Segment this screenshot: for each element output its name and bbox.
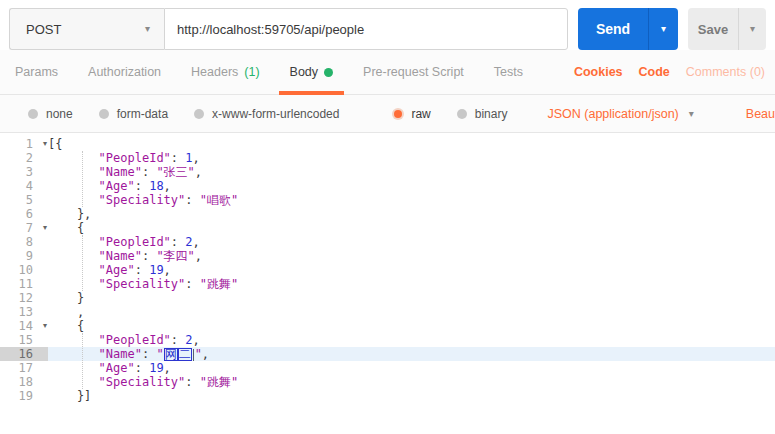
code-text[interactable]: "PeopleId": 2,	[48, 235, 775, 249]
token: :	[135, 361, 149, 375]
code-text[interactable]: "PeopleId": 2,	[48, 333, 775, 347]
code-text[interactable]: "Age": 18,	[48, 179, 775, 193]
token: "	[195, 347, 202, 361]
token: "Name"	[99, 249, 142, 263]
body-mode-form-data[interactable]: form-data	[99, 107, 168, 121]
save-button-group: Save ▾	[688, 8, 766, 50]
body-mode-raw[interactable]: raw	[393, 107, 430, 121]
content-type-select[interactable]: JSON (application/json) ▾	[547, 107, 693, 121]
body-mode-bar: noneform-datax-www-form-urlencodedrawbin…	[0, 95, 775, 133]
code-text[interactable]: "Name": "网二",	[48, 347, 775, 361]
token	[48, 361, 99, 375]
token	[48, 151, 99, 165]
code-text[interactable]: "Age": 19,	[48, 263, 775, 277]
code-line[interactable]: 3 "Name": "张三",	[0, 165, 775, 179]
token: "Name"	[99, 347, 142, 361]
token	[48, 165, 99, 179]
comments-0-link[interactable]: Comments (0)	[686, 65, 765, 79]
code-line[interactable]: 18 "Speciality": "跳舞"	[0, 375, 775, 389]
code-line[interactable]: 2 "PeopleId": 1,	[0, 151, 775, 165]
token: "跳舞"	[200, 277, 238, 291]
beautify-link[interactable]: Beautify	[746, 107, 775, 121]
token: ,	[195, 165, 202, 179]
code-text[interactable]: "Age": 19,	[48, 361, 775, 375]
token: {	[48, 319, 84, 333]
tab-headers[interactable]: Headers(1)	[176, 50, 275, 94]
code-text[interactable]: },	[48, 207, 775, 221]
token: "PeopleId"	[99, 151, 171, 165]
send-button[interactable]: Send	[578, 8, 648, 50]
token: "Speciality"	[99, 277, 186, 291]
fold-arrow-icon[interactable]: ▾	[43, 319, 47, 333]
save-options-button[interactable]: ▾	[738, 8, 766, 50]
code-line[interactable]: 6 },	[0, 207, 775, 221]
token: "Speciality"	[99, 193, 186, 207]
line-number: 17	[0, 361, 48, 375]
code-text[interactable]: ,	[48, 305, 775, 319]
request-bar: POST ▾ Send ▾ Save ▾	[0, 0, 775, 50]
raw-body-editor[interactable]: 1▾[{2 "PeopleId": 1,3 "Name": "张三",4 "Ag…	[0, 133, 775, 425]
code-line[interactable]: 10 "Age": 19,	[0, 263, 775, 277]
fold-arrow-icon[interactable]: ▾	[43, 137, 47, 151]
method-select[interactable]: POST ▾	[9, 8, 164, 50]
code-line[interactable]: 7▾ {	[0, 221, 775, 235]
code-line[interactable]: 11 "Speciality": "跳舞"	[0, 277, 775, 291]
body-mode-binary[interactable]: binary	[457, 107, 508, 121]
token: 2	[185, 235, 192, 249]
save-button[interactable]: Save	[688, 8, 738, 50]
code-text[interactable]: }]	[48, 389, 775, 403]
code-text[interactable]: "Speciality": "跳舞"	[48, 277, 775, 291]
tab-body[interactable]: Body	[275, 50, 349, 94]
code-text[interactable]: {	[48, 319, 775, 333]
token: "李四"	[156, 249, 194, 263]
send-options-button[interactable]: ▾	[648, 8, 678, 50]
body-mode-none[interactable]: none	[28, 107, 73, 121]
tab-tests[interactable]: Tests	[479, 50, 538, 94]
code-text[interactable]: "Name": "张三",	[48, 165, 775, 179]
line-number: 19	[0, 389, 48, 403]
method-label: POST	[26, 22, 61, 37]
code-text[interactable]: "Name": "李四",	[48, 249, 775, 263]
line-number: 1▾	[0, 137, 48, 151]
code-line[interactable]: 16 "Name": "网二",	[0, 347, 775, 361]
code-line[interactable]: 9 "Name": "李四",	[0, 249, 775, 263]
code-line[interactable]: 15 "PeopleId": 2,	[0, 333, 775, 347]
code-text[interactable]: }	[48, 291, 775, 305]
token: ,	[195, 249, 202, 263]
code-line[interactable]: 5 "Speciality": "唱歌"	[0, 193, 775, 207]
token: :	[185, 193, 199, 207]
line-number: 11	[0, 277, 48, 291]
line-number: 10	[0, 263, 48, 277]
code-line[interactable]: 12 }	[0, 291, 775, 305]
code-line[interactable]: 8 "PeopleId": 2,	[0, 235, 775, 249]
url-input[interactable]	[164, 8, 568, 50]
token	[48, 235, 99, 249]
fold-arrow-icon[interactable]: ▾	[43, 221, 47, 235]
code-text[interactable]: {	[48, 221, 775, 235]
tab-label: Body	[290, 65, 319, 79]
tab-params[interactable]: Params	[0, 50, 73, 94]
radio-icon	[99, 109, 109, 119]
code-text[interactable]: "Speciality": "跳舞"	[48, 375, 775, 389]
tab-pre-request-script[interactable]: Pre-request Script	[348, 50, 479, 94]
code-line[interactable]: 1▾[{	[0, 137, 775, 151]
code-line[interactable]: 19 }]	[0, 389, 775, 403]
tab-authorization[interactable]: Authorization	[73, 50, 176, 94]
tab-label: Pre-request Script	[363, 65, 464, 79]
token	[48, 263, 99, 277]
code-text[interactable]: "PeopleId": 1,	[48, 151, 775, 165]
token: "Age"	[99, 361, 135, 375]
code-line[interactable]: 4 "Age": 18,	[0, 179, 775, 193]
code-link[interactable]: Code	[639, 65, 670, 79]
token: ,	[202, 347, 209, 361]
cookies-link[interactable]: Cookies	[574, 65, 623, 79]
code-line[interactable]: 17 "Age": 19,	[0, 361, 775, 375]
token: :	[142, 249, 156, 263]
mode-label: raw	[411, 107, 430, 121]
code-line[interactable]: 14▾ {	[0, 319, 775, 333]
code-text[interactable]: [{	[48, 137, 775, 151]
code-line[interactable]: 13 ,	[0, 305, 775, 319]
content-type-label: JSON (application/json)	[547, 107, 678, 121]
code-text[interactable]: "Speciality": "唱歌"	[48, 193, 775, 207]
body-mode-x-www-form-urlencoded[interactable]: x-www-form-urlencoded	[194, 107, 339, 121]
